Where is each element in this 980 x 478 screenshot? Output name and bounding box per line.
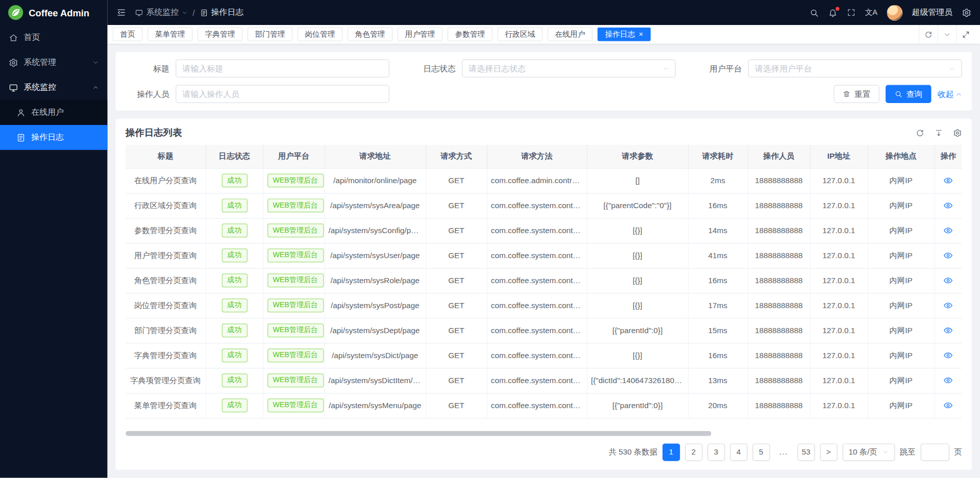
tab-item[interactable]: 菜单管理 [148,28,192,41]
cell-url: /api/system/sysArea/page [325,193,426,218]
cell-method: GET [426,168,487,193]
cell-location: 内网IP [868,368,935,393]
status-badge: 成功 [222,224,247,237]
page-button-1[interactable]: 1 [663,443,680,461]
cell-platform: WEB管理后台 [263,368,325,393]
cell-title: 角色管理分页查询 [126,268,206,293]
view-detail-icon[interactable] [943,325,953,336]
view-detail-icon[interactable] [943,175,953,186]
select-placeholder: 请选择日志状态 [469,63,525,74]
sidebar-collapse-button[interactable] [116,8,127,18]
tab-item[interactable]: 角色管理 [348,28,393,41]
tab-item[interactable]: 行政区域 [498,28,543,41]
sidebar-item-operation-log[interactable]: 操作日志 [0,125,108,150]
cell-method: GET [426,243,487,268]
notification-bell-icon[interactable] [828,8,837,17]
view-detail-icon[interactable] [943,225,953,236]
table-refresh-icon[interactable] [916,129,924,137]
cell-method: GET [426,193,487,218]
language-switch-icon[interactable]: 文A [865,7,878,18]
reset-button[interactable]: 重置 [834,85,879,104]
operator-filter-input[interactable] [176,85,389,104]
sidebar-item-system-monitor[interactable]: 系统监控 [0,75,108,100]
cell-platform: WEB管理后台 [263,268,325,293]
column-settings-icon[interactable] [953,129,962,137]
gear-icon [9,58,18,67]
page-button-5[interactable]: 5 [752,443,770,461]
view-detail-icon[interactable] [943,300,953,311]
platform-filter-select[interactable]: 请选择用户平台 [748,59,962,78]
tab-item[interactable]: 参数管理 [448,28,493,41]
view-detail-icon[interactable] [943,200,953,211]
sidebar-item-system-management[interactable]: 系统管理 [0,50,108,75]
column-header: 操作地点 [868,145,935,168]
cell-status: 成功 [206,168,263,193]
cell-params: [{}] [587,218,688,243]
cell-location: 内网IP [868,318,935,343]
page-size-select[interactable]: 10 条/页 [842,443,895,461]
log-row: 参数管理分页查询成功WEB管理后台/api/system/sysConfig/p… [126,218,962,243]
breadcrumb-current-label: 操作日志 [211,7,243,18]
title-filter-input[interactable] [176,59,389,78]
table-body: 在线用户分页查询成功WEB管理后台/api/monitor/online/pag… [126,168,962,418]
status-badge: 成功 [222,324,247,337]
cell-status: 成功 [206,343,263,368]
page-ellipsis[interactable]: ... [775,443,792,461]
collapse-filters-link[interactable]: 收起 [938,88,962,99]
page-button-53[interactable]: 53 [797,443,815,461]
view-detail-icon[interactable] [943,350,953,361]
sidebar-item-online-users[interactable]: 在线用户 [0,100,108,125]
content-fullscreen-button[interactable] [956,25,975,44]
settings-gear-icon[interactable] [962,8,971,17]
cell-action [935,318,962,343]
view-detail-icon[interactable] [943,250,953,261]
table-container: 标题日志状态用户平台请求地址请求方式请求方法请求参数请求耗时操作人员IP地址操作… [126,145,962,436]
filter-actions: 重置 查询 收起 [698,85,962,104]
user-avatar[interactable] [887,5,903,20]
coffee-logo-icon [8,5,24,21]
cell-title: 参数管理分页查询 [126,218,206,243]
view-detail-icon[interactable] [943,400,953,411]
cell-platform: WEB管理后台 [263,318,325,343]
tab-item[interactable]: 用户管理 [398,28,443,41]
cell-action [935,193,962,218]
log-row: 用户管理分页查询成功WEB管理后台/api/system/sysUser/pag… [126,243,962,268]
row-height-icon[interactable] [935,129,943,137]
scrollbar-thumb[interactable] [126,431,711,436]
cell-params: [{}] [587,293,688,318]
search-icon[interactable] [810,8,819,17]
page-button-2[interactable]: 2 [685,443,702,461]
view-detail-icon[interactable] [943,275,953,286]
tab-item[interactable]: 部门管理 [248,28,292,41]
cell-ip: 127.0.0.1 [810,268,868,293]
cell-method: GET [426,293,487,318]
jump-page-input[interactable] [920,443,949,461]
tab-item[interactable]: 操作日志× [598,28,651,41]
jump-suffix-label: 页 [954,447,962,458]
platform-filter-label: 用户平台 [698,63,742,74]
search-button[interactable]: 查询 [886,85,931,104]
tab-item[interactable]: 岗位管理 [298,28,342,41]
sidebar-item-label: 操作日志 [31,132,64,143]
username[interactable]: 超级管理员 [912,7,953,18]
view-detail-icon[interactable] [943,375,953,386]
page-button-3[interactable]: 3 [707,443,725,461]
cell-title: 行政区域分页查询 [126,193,206,218]
tab-item[interactable]: 字典管理 [198,28,242,41]
status-filter-select[interactable]: 请选择日志状态 [462,59,676,78]
tabs-dropdown-button[interactable] [938,25,957,44]
sidebar-item-home[interactable]: 首页 [0,25,108,50]
tab-close-icon[interactable]: × [639,31,643,38]
tab-item[interactable]: 首页 [112,28,142,41]
cell-action [935,393,962,418]
next-page-button[interactable]: > [820,443,837,461]
cell-duration: 15ms [688,318,747,343]
cell-ip: 127.0.0.1 [810,168,868,193]
fullscreen-icon[interactable] [847,8,855,17]
breadcrumb-parent[interactable]: 系统监控 [135,7,187,18]
cell-platform: WEB管理后台 [263,218,325,243]
status-badge: 成功 [222,349,247,362]
tabs-refresh-button[interactable] [919,25,938,44]
tab-item[interactable]: 在线用户 [548,28,593,41]
page-button-4[interactable]: 4 [730,443,747,461]
